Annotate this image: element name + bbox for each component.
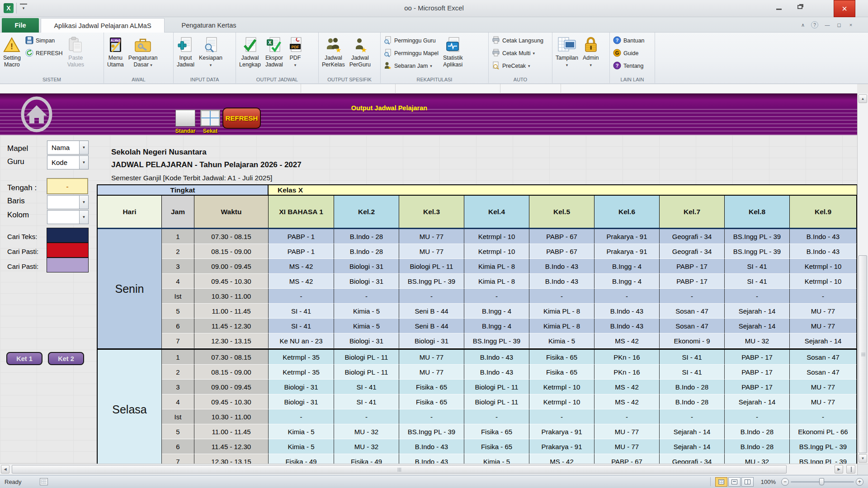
- schedule-cell[interactable]: Biologi - 31: [269, 380, 334, 394]
- schedule-cell[interactable]: Sejarah - 14: [660, 439, 725, 454]
- schedule-cell[interactable]: Kimia - 5: [464, 454, 529, 464]
- schedule-cell[interactable]: MU - 77: [790, 394, 857, 409]
- close-button[interactable]: ×: [834, 0, 855, 17]
- schedule-cell[interactable]: Biologi PL - 11: [464, 394, 529, 409]
- schedule-cell[interactable]: -: [529, 289, 594, 304]
- class-column-header[interactable]: Kel.2: [334, 196, 399, 228]
- schedule-cell[interactable]: Biologi PL - 11: [334, 350, 399, 365]
- schedule-cell[interactable]: MU - 77: [399, 350, 464, 365]
- schedule-cell[interactable]: Sosan - 47: [660, 319, 725, 333]
- ribbon-button-precetak[interactable]: PreCetak▾: [490, 61, 546, 71]
- schedule-cell[interactable]: MU - 32: [334, 424, 399, 439]
- schedule-cell[interactable]: B.Indo - 43: [464, 365, 529, 380]
- waktu-cell[interactable]: 10.30 - 11.00: [194, 289, 269, 304]
- schedule-cell[interactable]: -: [529, 409, 594, 424]
- schedule-cell[interactable]: MU - 32: [725, 454, 790, 464]
- schedule-cell[interactable]: Geografi - 34: [660, 229, 725, 244]
- schedule-cell[interactable]: Biologi - 31: [269, 394, 334, 409]
- kolom-dropdown[interactable]: ▼: [47, 210, 89, 224]
- jam-cell[interactable]: 6: [162, 439, 194, 454]
- schedule-cell[interactable]: Sejarah - 14: [660, 424, 725, 439]
- schedule-cell[interactable]: B.Ingg - 4: [594, 259, 660, 274]
- schedule-cell[interactable]: B.Ingg - 4: [464, 304, 529, 319]
- mapel-dropdown[interactable]: Nama ▼: [47, 141, 89, 155]
- schedule-cell[interactable]: -: [790, 409, 857, 424]
- schedule-cell[interactable]: Biologi PL - 11: [334, 365, 399, 380]
- schedule-cell[interactable]: -: [660, 409, 725, 424]
- schedule-cell[interactable]: B.Indo - 43: [790, 244, 857, 259]
- tab-file[interactable]: File: [2, 18, 39, 33]
- vertical-scrollbar[interactable]: ▲ ▼: [857, 94, 868, 464]
- schedule-cell[interactable]: Ketrmpl - 35: [269, 350, 334, 365]
- schedule-cell[interactable]: B.Indo - 28: [660, 394, 725, 409]
- chevron-down-icon[interactable]: ▼: [79, 211, 88, 224]
- schedule-cell[interactable]: Prakarya - 91: [594, 229, 660, 244]
- schedule-cell[interactable]: MS - 42: [269, 259, 334, 274]
- schedule-cell[interactable]: MU - 77: [399, 244, 464, 259]
- schedule-cell[interactable]: SI - 41: [660, 365, 725, 380]
- schedule-cell[interactable]: -: [660, 289, 725, 304]
- schedule-cell[interactable]: PABP - 67: [594, 454, 660, 464]
- chevron-down-icon[interactable]: ▼: [79, 196, 88, 209]
- schedule-cell[interactable]: MS - 42: [269, 274, 334, 289]
- schedule-cell[interactable]: MS - 42: [594, 333, 660, 348]
- schedule-cell[interactable]: Ke NU an - 23: [269, 333, 334, 348]
- schedule-cell[interactable]: Fisika - 65: [399, 394, 464, 409]
- day-name-cell[interactable]: Selasa: [98, 350, 162, 464]
- cari-pasti-purple-swatch[interactable]: [47, 258, 89, 272]
- schedule-cell[interactable]: B.Indo - 43: [594, 319, 660, 333]
- schedule-cell[interactable]: Biologi - 31: [334, 274, 399, 289]
- schedule-cell[interactable]: Kimia PL - 8: [529, 319, 594, 333]
- schedule-cell[interactable]: -: [725, 409, 790, 424]
- class-column-header[interactable]: Kel.9: [790, 196, 857, 228]
- schedule-cell[interactable]: Ketrmpl - 10: [790, 259, 857, 274]
- schedule-cell[interactable]: -: [725, 289, 790, 304]
- schedule-cell[interactable]: Fisika - 65: [464, 439, 529, 454]
- ket1-button[interactable]: Ket 1: [6, 352, 42, 365]
- schedule-cell[interactable]: PABP - 67: [529, 244, 594, 259]
- scroll-left-icon[interactable]: ◀: [1, 465, 9, 474]
- schedule-cell[interactable]: Ekonomi PL - 66: [790, 424, 857, 439]
- ribbon-button-statistik-aplikasi[interactable]: StatistikAplikasi: [441, 33, 465, 68]
- ribbon-button-pengaturan-dasar[interactable]: PengaturanDasar ▾: [127, 33, 160, 69]
- zoom-out-icon[interactable]: −: [781, 478, 789, 486]
- schedule-cell[interactable]: Fisika - 65: [529, 350, 594, 365]
- schedule-cell[interactable]: SI - 41: [725, 259, 790, 274]
- schedule-cell[interactable]: MU - 77: [790, 380, 857, 394]
- schedule-cell[interactable]: Sejarah - 14: [790, 333, 857, 348]
- schedule-cell[interactable]: B.Indo - 43: [529, 259, 594, 274]
- schedule-cell[interactable]: Ketrmpl - 35: [269, 365, 334, 380]
- tingkat-header[interactable]: Tingkat: [98, 185, 269, 195]
- hari-column-header[interactable]: Hari: [98, 196, 162, 228]
- standar-button[interactable]: [175, 110, 195, 127]
- schedule-cell[interactable]: MU - 77: [399, 365, 464, 380]
- schedule-cell[interactable]: SI - 41: [269, 319, 334, 333]
- workbook-minimize-icon[interactable]: ―: [823, 20, 832, 29]
- schedule-cell[interactable]: BS.Ingg PL - 39: [399, 424, 464, 439]
- guru-dropdown[interactable]: Kode ▼: [47, 155, 89, 169]
- class-column-header[interactable]: Kel.7: [660, 196, 725, 228]
- refresh-button[interactable]: REFRESH: [222, 108, 261, 129]
- schedule-cell[interactable]: B.Indo - 43: [464, 350, 529, 365]
- schedule-cell[interactable]: Fisika - 49: [269, 454, 334, 464]
- ribbon-button-jadwal-lengkap[interactable]: JadwalLengkap: [237, 33, 263, 68]
- schedule-cell[interactable]: Fisika - 65: [399, 380, 464, 394]
- schedule-cell[interactable]: MS - 42: [594, 380, 660, 394]
- jam-cell[interactable]: 4: [162, 394, 194, 409]
- waktu-cell[interactable]: 12.30 - 13.15: [194, 454, 269, 464]
- schedule-cell[interactable]: PABP - 17: [725, 365, 790, 380]
- schedule-cell[interactable]: B.Indo - 28: [725, 439, 790, 454]
- schedule-cell[interactable]: B.Indo - 28: [660, 380, 725, 394]
- schedule-cell[interactable]: Kimia - 5: [334, 304, 399, 319]
- tengah-input[interactable]: -: [47, 178, 88, 194]
- ribbon-button-simpan[interactable]: Simpan: [23, 35, 65, 46]
- horizontal-scroll-thumb[interactable]: [12, 465, 787, 474]
- schedule-cell[interactable]: -: [399, 409, 464, 424]
- schedule-cell[interactable]: -: [399, 289, 464, 304]
- schedule-cell[interactable]: Biologi - 31: [334, 259, 399, 274]
- schedule-cell[interactable]: Ketrmpl - 10: [790, 274, 857, 289]
- waktu-cell[interactable]: 09.00 - 09.45: [194, 380, 269, 394]
- schedule-cell[interactable]: Ketrmpl - 10: [529, 394, 594, 409]
- waktu-cell[interactable]: 09.45 - 10.30: [194, 394, 269, 409]
- waktu-cell[interactable]: 08.15 - 09.00: [194, 365, 269, 380]
